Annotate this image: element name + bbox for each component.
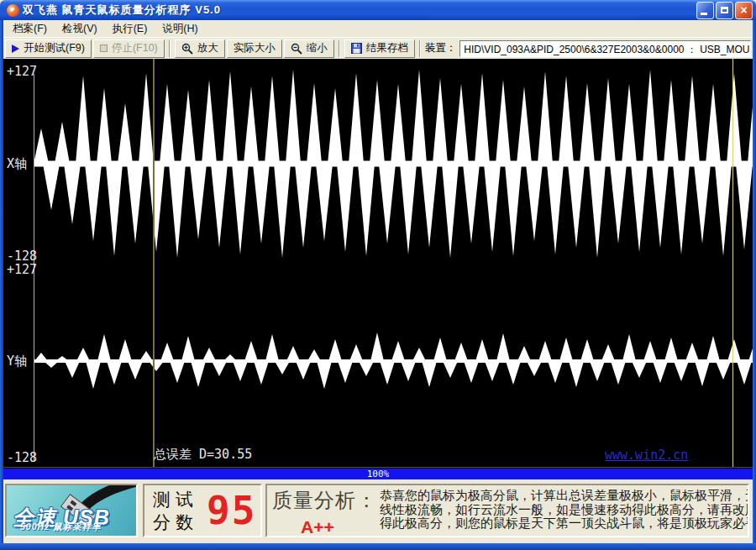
grade-badge: A++ [301, 517, 380, 537]
analysis-line: 得此极高分，则您的鼠标是天下第一顶尖战斗鼠，将是顶极玩家必寻之鼠 [380, 516, 748, 531]
save-icon [351, 43, 362, 54]
menu-run[interactable]: 执行(E) [105, 20, 155, 38]
maximize-icon [721, 7, 728, 13]
y-axis-min-label: -128 [7, 450, 37, 465]
analysis-line: 线性极流畅，如行云流水一般，如是慢速移动得此极高分，请再改用极快 [380, 503, 748, 517]
waveform-plot [3, 59, 753, 467]
device-label: 装置： [425, 41, 457, 55]
close-icon: × [740, 4, 747, 16]
window-border-right [753, 20, 756, 543]
menu-help[interactable]: 说明(H) [155, 20, 205, 38]
save-results-label: 结果存档 [366, 41, 408, 55]
right-marker-line [732, 59, 733, 467]
menu-file[interactable]: 档案(F) [5, 20, 55, 38]
actual-size-label: 实际大小 [234, 41, 276, 55]
marker-line [153, 59, 155, 467]
device-area: 装置： HID\VID_093A&PID_2500\6&327E2003&0&0… [425, 40, 751, 57]
zoom-out-icon [291, 43, 302, 55]
app-icon [7, 4, 19, 17]
usb-logo-panel: 全速 USB 500Hz 鼠标采样率 [5, 484, 138, 537]
stop-label: 停止(F10) [112, 41, 158, 55]
close-button[interactable]: × [735, 2, 753, 19]
zoom-out-label: 缩小 [307, 41, 328, 55]
total-error-readout: 总误差 D=30.55 [154, 447, 252, 463]
y-axis-label: Y轴 [7, 354, 27, 369]
actual-size-button[interactable]: 实际大小 [227, 39, 282, 58]
window-title: 双飞燕 鼠青天鼠标质量分析程序 V5.0 [23, 3, 221, 18]
menu-view[interactable]: 检视(V) [55, 20, 105, 38]
x-axis-label: X轴 [7, 156, 27, 172]
play-icon [12, 45, 19, 53]
minimize-button[interactable] [696, 2, 714, 19]
start-test-label: 开始测试(F9) [24, 41, 85, 55]
analysis-text: 恭喜您的鼠标为极高分鼠，计算出总误差量极极小，鼠标极平滑，无任何 线性极流畅，如… [380, 487, 748, 536]
device-field[interactable]: HID\VID_093A&PID_2500\6&327E2003&0&0000 … [459, 40, 751, 57]
zoom-out-button[interactable]: 缩小 [284, 39, 334, 58]
footer-panel: 全速 USB 500Hz 鼠标采样率 测试 分数 95 质量分析： A++ 恭喜… [3, 479, 753, 543]
analysis-title: 质量分析： [272, 489, 377, 511]
progress-bar: 100% [3, 467, 753, 479]
waveform-display: +127 X轴 -128 +127 Y轴 -128 总误差 D=30.55 ww… [3, 59, 753, 467]
toolbar-separator [419, 40, 421, 57]
toolbar-separator [169, 40, 171, 57]
window-border-bottom [0, 543, 756, 550]
zoom-in-label: 放大 [197, 41, 218, 55]
zoom-in-button[interactable]: 放大 [175, 39, 225, 58]
score-panel: 测试 分数 95 [143, 484, 262, 537]
progress-label: 100% [3, 469, 753, 479]
start-test-button[interactable]: 开始测试(F9) [5, 39, 92, 58]
save-results-button[interactable]: 结果存档 [344, 39, 415, 58]
score-value: 95 [207, 488, 256, 533]
analysis-panel: 质量分析： A++ 恭喜您的鼠标为极高分鼠，计算出总误差量极极小，鼠标极平滑，无… [265, 484, 749, 537]
zoom-in-icon [181, 43, 193, 55]
minimize-icon [701, 13, 707, 15]
score-label: 测试 分数 [153, 488, 198, 533]
website-link[interactable]: www.win2.cn [605, 448, 688, 463]
title-bar[interactable]: 双飞燕 鼠青天鼠标质量分析程序 V5.0 × [0, 0, 756, 20]
stop-icon [100, 45, 108, 52]
x-axis-max-label: +127 [7, 64, 37, 79]
toolbar: 开始测试(F9) 停止(F10) 放大 实际大小 缩小 [3, 37, 753, 59]
maximize-button[interactable] [716, 2, 733, 19]
y-axis-max-label: +127 [7, 262, 37, 277]
stop-button[interactable]: 停止(F10) [93, 39, 165, 58]
app-window: 双飞燕 鼠青天鼠标质量分析程序 V5.0 × 档案(F) 检视(V) 执行(E)… [0, 0, 756, 550]
toolbar-separator [339, 40, 340, 57]
usb-rate-text: 500Hz 鼠标采样率 [20, 521, 102, 533]
analysis-line: 恭喜您的鼠标为极高分鼠，计算出总误差量极极小，鼠标极平滑，无任何 [380, 489, 748, 503]
menu-bar: 档案(F) 检视(V) 执行(E) 说明(H) [3, 20, 753, 37]
